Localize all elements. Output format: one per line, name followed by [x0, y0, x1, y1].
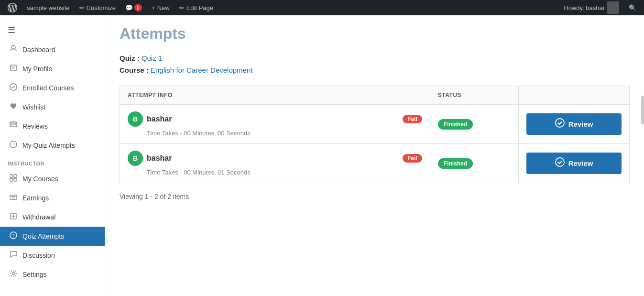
admin-bar: sample website ✏ Customize 💬 0 + New ✏ E… — [0, 0, 644, 15]
svg-point-21 — [556, 119, 564, 127]
col-header-attempt-info: ATTEMPT INFO — [120, 86, 430, 105]
sidebar-item-reviews[interactable]: Reviews — [0, 117, 105, 136]
plus-icon: + — [152, 4, 155, 11]
svg-rect-10 — [10, 175, 13, 177]
svg-rect-14 — [10, 195, 17, 199]
comment-icon: 💬 — [125, 4, 133, 11]
customize-link[interactable]: ✏ Customize — [76, 0, 120, 15]
attempt-info-2: B bashar Fail Time Takes - 00 Minutes, 0… — [120, 144, 430, 183]
svg-point-20 — [12, 273, 15, 275]
fail-badge-2: Fail — [403, 154, 422, 163]
attempts-table: ATTEMPT INFO STATUS B bashar Fail Time T… — [120, 86, 630, 183]
reviews-icon — [9, 121, 18, 131]
my-profile-label: My Profile — [22, 65, 52, 73]
fail-badge-1: Fail — [403, 115, 422, 123]
sidebar-item-discussion[interactable]: Discussion — [0, 246, 105, 265]
scrollbar[interactable] — [641, 96, 644, 124]
user-row-1: B bashar Fail — [128, 111, 422, 127]
my-quiz-attempts-label: My Quiz Attempts — [22, 142, 75, 149]
edit-page-link[interactable]: ✏ Edit Page — [175, 0, 217, 15]
instructor-section-title: INSTRUCTOR — [0, 155, 105, 169]
sidebar-item-my-quiz-attempts[interactable]: ? My Quiz Attempts — [0, 136, 105, 155]
wishlist-icon — [9, 102, 18, 112]
col-header-action — [519, 86, 630, 105]
settings-icon — [9, 270, 18, 279]
avatar-2: B — [128, 151, 143, 166]
hamburger-button[interactable]: ☰ — [0, 20, 105, 40]
review-label-2: Review — [568, 159, 593, 167]
finished-badge-1: Finished — [438, 119, 473, 130]
username-2: bashar — [147, 154, 172, 163]
settings-label: Settings — [22, 271, 47, 278]
edit-icon: ✏ — [179, 4, 185, 11]
sidebar-item-my-courses[interactable]: My Courses — [0, 169, 105, 188]
check-icon-2 — [555, 157, 565, 169]
attempt-info-1: B bashar Fail Time Takes - 00 Minutes, 0… — [120, 105, 430, 144]
sidebar: ☰ Dashboard My Profile — [0, 15, 105, 296]
reviews-label: Reviews — [22, 122, 48, 130]
svg-rect-13 — [14, 178, 17, 181]
my-courses-label: My Courses — [22, 175, 58, 183]
svg-text:?: ? — [12, 143, 15, 147]
new-label: New — [157, 4, 170, 11]
customize-icon: ✏ — [79, 4, 85, 11]
comment-count: 0 — [134, 4, 142, 11]
howdy-link[interactable]: Howdy, bashar — [560, 0, 623, 15]
sidebar-item-earnings[interactable]: Earnings — [0, 188, 105, 208]
wordpress-logo-link[interactable] — [4, 0, 21, 15]
discussion-icon — [9, 251, 18, 260]
earnings-icon — [9, 193, 18, 203]
sidebar-item-my-profile[interactable]: My Profile — [0, 59, 105, 78]
search-icon: 🔍 — [629, 4, 636, 11]
time-info-2: Time Takes - 00 Minutes, 01 Seconds — [128, 169, 422, 176]
sidebar-item-wishlist[interactable]: Wishlist — [0, 98, 105, 117]
user-row-2: B bashar Fail — [128, 151, 422, 166]
search-link[interactable]: 🔍 — [625, 0, 640, 15]
my-quiz-attempts-icon: ? — [9, 141, 18, 150]
customize-label: Customize — [87, 4, 116, 11]
svg-rect-7 — [14, 123, 16, 125]
page-title: Attempts — [120, 25, 630, 43]
status-2: Finished — [430, 144, 518, 183]
site-name-link[interactable]: sample website — [23, 0, 74, 15]
my-profile-icon — [9, 64, 18, 74]
quiz-attempts-label: Quiz Attempts — [22, 232, 64, 240]
quiz-attempts-icon: ? — [9, 231, 18, 241]
dashboard-icon — [9, 45, 18, 55]
howdy-text: Howdy, bashar — [564, 4, 605, 11]
sidebar-item-withdrawal[interactable]: Withdrawal — [0, 208, 105, 227]
svg-rect-12 — [10, 178, 13, 181]
withdrawal-icon — [9, 212, 18, 222]
svg-point-22 — [556, 158, 564, 166]
quiz-meta-course: Course : English for Career Development — [120, 66, 630, 74]
enrolled-courses-icon — [9, 83, 18, 93]
sidebar-nav: Dashboard My Profile Enrolled Courses — [0, 40, 105, 155]
sidebar-item-dashboard[interactable]: Dashboard — [0, 40, 105, 59]
edit-page-label: Edit Page — [186, 4, 213, 11]
new-link[interactable]: + New — [148, 0, 174, 15]
action-cell-2: Review — [519, 144, 630, 183]
finished-badge-2: Finished — [438, 158, 473, 169]
avatar-1: B — [128, 111, 143, 127]
sidebar-item-settings[interactable]: Settings — [0, 265, 105, 284]
svg-rect-11 — [14, 175, 17, 177]
instructor-nav: My Courses Earnings Withdrawal — [0, 169, 105, 284]
enrolled-courses-label: Enrolled Courses — [22, 84, 74, 92]
review-button-2[interactable]: Review — [526, 153, 622, 174]
col-header-status: STATUS — [430, 86, 518, 105]
viewing-text: Viewing 1 - 2 of 2 items — [120, 193, 630, 200]
quiz-link[interactable]: Quiz 1 — [142, 54, 162, 62]
action-cell-1: Review — [519, 105, 630, 144]
svg-rect-6 — [11, 123, 13, 125]
sidebar-item-enrolled-courses[interactable]: Enrolled Courses — [0, 78, 105, 98]
earnings-label: Earnings — [22, 194, 49, 202]
user-avatar-icon — [607, 1, 619, 14]
sidebar-item-quiz-attempts[interactable]: ? Quiz Attempts — [0, 227, 105, 246]
table-row: B bashar Fail Time Takes - 00 Minutes, 0… — [120, 144, 630, 183]
review-button-1[interactable]: Review — [526, 113, 622, 135]
comments-link[interactable]: 💬 0 — [121, 0, 146, 15]
course-link[interactable]: English for Career Development — [151, 66, 252, 74]
hamburger-icon: ☰ — [8, 25, 15, 35]
svg-rect-1 — [11, 65, 16, 71]
review-label-1: Review — [568, 120, 593, 128]
